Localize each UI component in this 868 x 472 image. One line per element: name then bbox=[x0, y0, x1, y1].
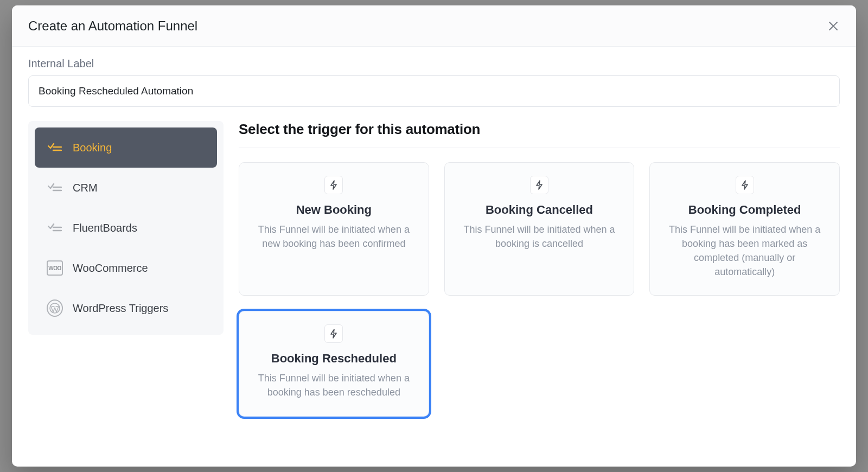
sidebar-item-fluentboards[interactable]: FluentBoards bbox=[35, 208, 217, 248]
modal-title: Create an Automation Funnel bbox=[28, 18, 197, 34]
close-button[interactable] bbox=[826, 18, 841, 34]
internal-label-caption: Internal Label bbox=[28, 58, 840, 70]
trigger-grid: New Booking This Funnel will be initiate… bbox=[239, 162, 840, 417]
trigger-description: This Funnel will be initiated when a new… bbox=[252, 222, 415, 251]
trigger-title: New Booking bbox=[296, 203, 372, 217]
sidebar-item-crm[interactable]: CRM bbox=[35, 168, 217, 208]
sidebar-item-label: CRM bbox=[73, 182, 98, 194]
sidebar-item-label: WooCommerce bbox=[73, 262, 148, 275]
close-icon bbox=[828, 21, 838, 31]
internal-label-input[interactable] bbox=[28, 75, 840, 107]
trigger-card-booking-cancelled[interactable]: Booking Cancelled This Funnel will be in… bbox=[444, 162, 635, 296]
bolt-icon bbox=[324, 324, 343, 343]
trigger-card-booking-rescheduled[interactable]: Booking Rescheduled This Funnel will be … bbox=[239, 311, 429, 416]
trigger-title: Booking Rescheduled bbox=[271, 352, 397, 366]
wordpress-icon bbox=[47, 299, 63, 317]
trigger-description: This Funnel will be initiated when a boo… bbox=[458, 222, 621, 251]
trigger-description: This Funnel will be initiated when a boo… bbox=[663, 222, 826, 279]
trigger-title: Booking Completed bbox=[688, 203, 801, 217]
modal-body: Internal Label Booking CRM bbox=[12, 47, 856, 467]
section-title: Select the trigger for this automation bbox=[239, 121, 840, 148]
sidebar-item-booking[interactable]: Booking bbox=[35, 127, 217, 168]
bolt-icon bbox=[530, 176, 548, 194]
trigger-content: Select the trigger for this automation N… bbox=[239, 121, 840, 417]
trigger-description: This Funnel will be initiated when a boo… bbox=[252, 371, 415, 399]
checklist-icon bbox=[47, 143, 63, 152]
checklist-icon bbox=[47, 183, 63, 193]
checklist-icon bbox=[47, 223, 63, 233]
sidebar-item-wordpress[interactable]: WordPress Triggers bbox=[35, 288, 217, 328]
sidebar-item-label: FluentBoards bbox=[73, 222, 137, 234]
trigger-card-new-booking[interactable]: New Booking This Funnel will be initiate… bbox=[239, 162, 429, 296]
create-automation-modal: Create an Automation Funnel Internal Lab… bbox=[12, 5, 856, 467]
sidebar-item-woocommerce[interactable]: WOO WooCommerce bbox=[35, 248, 217, 288]
woo-icon: WOO bbox=[47, 260, 63, 276]
bolt-icon bbox=[324, 176, 343, 194]
sidebar-item-label: Booking bbox=[73, 142, 112, 154]
sidebar-item-label: WordPress Triggers bbox=[73, 302, 168, 315]
trigger-card-booking-completed[interactable]: Booking Completed This Funnel will be in… bbox=[649, 162, 840, 296]
bolt-icon bbox=[736, 176, 754, 194]
modal-header: Create an Automation Funnel bbox=[12, 5, 856, 47]
category-sidebar: Booking CRM FluentBoards WOO bbox=[28, 121, 224, 335]
trigger-title: Booking Cancelled bbox=[486, 203, 593, 217]
